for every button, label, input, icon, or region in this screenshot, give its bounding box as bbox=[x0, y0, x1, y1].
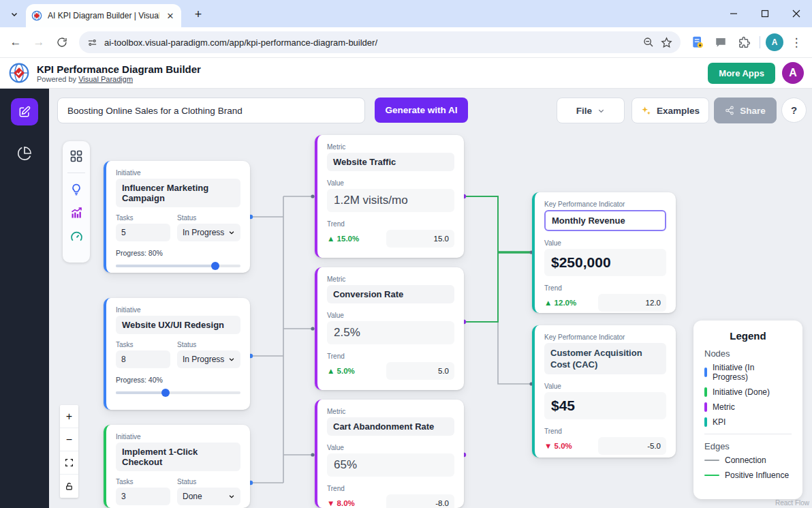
window-close-button[interactable] bbox=[781, 0, 812, 27]
trend-down-icon: ▼ bbox=[544, 442, 552, 450]
metric-value-field[interactable]: 65% bbox=[327, 453, 454, 477]
trend-up-icon: ▲ bbox=[327, 367, 334, 375]
node-handle[interactable] bbox=[311, 453, 314, 456]
diagram-canvas[interactable]: Generate with AI File Examples Share ? bbox=[49, 89, 812, 508]
metric-value-field[interactable]: 2.5% bbox=[327, 321, 454, 344]
legend-title: Legend bbox=[704, 330, 792, 342]
trend-value-input[interactable]: -5.0 bbox=[598, 437, 666, 455]
prompt-input[interactable] bbox=[57, 98, 365, 123]
visual-paradigm-link[interactable]: Visual Paradigm bbox=[78, 75, 133, 83]
node-palette bbox=[63, 141, 90, 263]
metric-chart-icon[interactable] bbox=[69, 206, 84, 220]
fit-view-button[interactable] bbox=[60, 451, 78, 475]
reload-button[interactable] bbox=[52, 32, 72, 53]
file-menu-button[interactable]: File bbox=[557, 98, 625, 123]
kpi-gauge-icon[interactable] bbox=[69, 230, 84, 244]
tasks-input[interactable]: 5 bbox=[116, 224, 170, 241]
trend-value-input[interactable]: -8.0 bbox=[386, 494, 454, 508]
initiative-node-ux-redesign[interactable]: Initiative Website UX/UI Redesign Tasks … bbox=[104, 298, 250, 410]
legend-edge-swatch bbox=[704, 460, 719, 461]
browser-titlebar: AI KPI Diagram Builder | Visualiz ✕ + bbox=[0, 0, 812, 27]
new-tab-button[interactable]: + bbox=[189, 5, 207, 23]
react-flow-attribution[interactable]: React Flow bbox=[775, 499, 809, 507]
metric-title-field[interactable]: Website Traffic bbox=[327, 153, 454, 171]
kpi-node-cac[interactable]: Key Performance Indicator Customer Acqui… bbox=[532, 325, 676, 458]
trend-label: Trend bbox=[544, 284, 666, 292]
help-button[interactable]: ? bbox=[781, 98, 807, 123]
generate-with-ai-button[interactable]: Generate with AI bbox=[375, 98, 468, 123]
browser-tab[interactable]: AI KPI Diagram Builder | Visualiz ✕ bbox=[26, 4, 181, 27]
tasks-input[interactable]: 3 bbox=[116, 488, 170, 505]
user-avatar[interactable]: A bbox=[782, 62, 804, 84]
more-apps-button[interactable]: More Apps bbox=[708, 63, 775, 84]
palette-divider bbox=[67, 173, 85, 173]
lock-button[interactable] bbox=[60, 475, 78, 498]
initiative-title-field[interactable]: Website UX/UI Redesign bbox=[116, 316, 240, 334]
trend-value-input[interactable]: 12.0 bbox=[598, 294, 666, 312]
kpi-node-monthly-revenue[interactable]: Key Performance Indicator Monthly Revenu… bbox=[532, 192, 676, 313]
node-handle[interactable] bbox=[311, 327, 314, 330]
kpi-title-field[interactable]: Customer Acquisition Cost (CAC) bbox=[544, 343, 666, 374]
metric-title-field[interactable]: Conversion Rate bbox=[327, 285, 454, 303]
forward-button[interactable]: → bbox=[29, 32, 49, 53]
bookmark-star-icon[interactable] bbox=[661, 37, 672, 48]
initiative-title-field[interactable]: Implement 1-Click Checkout bbox=[116, 443, 240, 471]
legend-nodes-heading: Nodes bbox=[704, 348, 792, 359]
metric-node-website-traffic[interactable]: Metric Website Traffic Value 1.2M visits… bbox=[315, 135, 464, 258]
initiative-lightbulb-icon[interactable] bbox=[69, 183, 83, 196]
initiative-node-one-click-checkout[interactable]: Initiative Implement 1-Click Checkout Ta… bbox=[104, 425, 250, 508]
examples-button[interactable]: Examples bbox=[631, 98, 709, 123]
tasks-input[interactable]: 8 bbox=[116, 350, 170, 368]
share-button[interactable]: Share bbox=[714, 98, 777, 123]
zoom-out-page-icon[interactable] bbox=[643, 37, 654, 48]
comment-icon[interactable] bbox=[710, 32, 731, 53]
node-type-label: Metric bbox=[327, 275, 454, 283]
trend-label: Trend bbox=[327, 485, 454, 492]
tab-close-icon[interactable]: ✕ bbox=[165, 10, 176, 21]
browser-menu-kebab-icon[interactable]: ⋮ bbox=[786, 32, 807, 53]
trend-indicator: ▲ 12.0% bbox=[544, 299, 576, 307]
metric-node-cart-abandonment[interactable]: Metric Cart Abandonment Rate Value 65% T… bbox=[315, 400, 464, 508]
zoom-out-button[interactable]: − bbox=[60, 428, 78, 451]
kpi-value-field[interactable]: $45 bbox=[544, 392, 666, 419]
extensions-puzzle-icon[interactable] bbox=[734, 32, 754, 53]
tab-search-button[interactable] bbox=[5, 5, 23, 23]
browser-profile-avatar[interactable]: A bbox=[766, 33, 783, 51]
metric-value-field[interactable]: 1.2M visits/mo bbox=[327, 189, 454, 212]
node-handle[interactable] bbox=[311, 194, 314, 198]
grid-layout-icon[interactable] bbox=[69, 149, 83, 163]
status-select[interactable]: Done bbox=[177, 488, 240, 505]
node-type-label: Metric bbox=[327, 408, 454, 415]
trend-label: Trend bbox=[544, 428, 666, 435]
legend-item: Connection bbox=[704, 455, 792, 465]
trend-value-input[interactable]: 15.0 bbox=[386, 230, 454, 248]
initiative-title-field[interactable]: Influencer Marketing Campaign bbox=[116, 179, 240, 207]
kpi-value-field[interactable]: $250,000 bbox=[544, 249, 666, 276]
back-button[interactable]: ← bbox=[5, 32, 26, 53]
zoom-controls: + − bbox=[60, 405, 78, 498]
address-bar[interactable]: ai-toolbox.visual-paradigm.com/app/kpi-p… bbox=[79, 31, 681, 53]
trend-value-input[interactable]: 5.0 bbox=[386, 362, 454, 380]
kpi-title-input[interactable]: Monthly Revenue bbox=[544, 210, 666, 231]
tab-title: AI KPI Diagram Builder | Visualiz bbox=[48, 11, 159, 20]
metric-node-conversion-rate[interactable]: Metric Conversion Rate Value 2.5% Trend … bbox=[315, 267, 464, 390]
progress-slider[interactable] bbox=[116, 389, 240, 397]
examples-label: Examples bbox=[657, 106, 700, 116]
legend-item: KPI bbox=[704, 417, 792, 427]
progress-slider[interactable] bbox=[116, 262, 240, 270]
window-minimize-button[interactable] bbox=[718, 0, 749, 27]
url-text[interactable]: ai-toolbox.visual-paradigm.com/app/kpi-p… bbox=[104, 38, 636, 48]
initiative-node-influencer-marketing[interactable]: Initiative Influencer Marketing Campaign… bbox=[104, 161, 250, 273]
tasks-label: Tasks bbox=[116, 341, 170, 348]
sidebar-item-charts[interactable] bbox=[17, 146, 32, 161]
sidebar-item-editor[interactable] bbox=[11, 98, 38, 125]
powered-by-prefix: Powered by bbox=[37, 75, 76, 83]
metric-title-field[interactable]: Cart Abandonment Rate bbox=[327, 417, 454, 436]
status-select[interactable]: In Progress bbox=[177, 224, 240, 241]
site-info-icon[interactable] bbox=[87, 38, 97, 48]
window-maximize-button[interactable] bbox=[749, 0, 781, 27]
reading-list-icon[interactable] bbox=[687, 32, 708, 53]
zoom-in-button[interactable]: + bbox=[60, 405, 78, 428]
status-select[interactable]: In Progress bbox=[177, 350, 240, 368]
tasks-label: Tasks bbox=[116, 478, 170, 485]
